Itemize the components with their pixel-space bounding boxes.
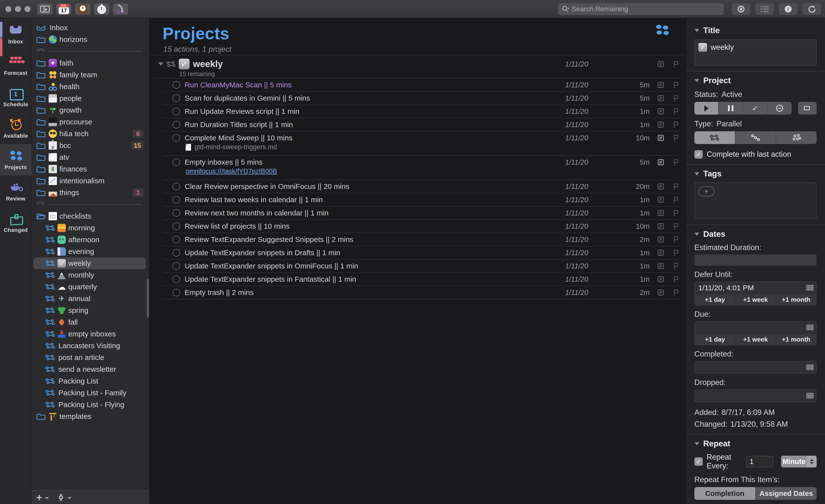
sidebar-row[interactable]: evening <box>31 246 148 257</box>
flag-icon[interactable] <box>664 60 681 68</box>
flag-icon[interactable] <box>664 79 681 91</box>
sidebar-row[interactable]: annual <box>31 293 148 305</box>
sidebar-row[interactable]: atv <box>31 151 148 163</box>
sidebar-row[interactable]: things 1 <box>31 187 148 198</box>
sidebar-row[interactable] <box>31 198 148 210</box>
task-status-circle[interactable] <box>172 107 180 115</box>
tags-editor[interactable]: + <box>694 182 817 219</box>
note-icon[interactable] <box>650 92 664 104</box>
task-row[interactable]: Empty inboxes || 5 mins 1/11/20 5m omnif… <box>162 156 681 180</box>
flow-arrow-app-button[interactable] <box>113 3 128 15</box>
toggle-sidebar-button[interactable] <box>37 3 53 15</box>
task-row[interactable]: Run Update Reviews script || 1 min 1/11/… <box>162 105 681 118</box>
calendar-picker-icon[interactable] <box>806 364 814 370</box>
flag-icon[interactable] <box>664 286 681 299</box>
sidebar-row[interactable]: weekly <box>33 257 146 269</box>
checked-checkbox[interactable]: ✓ <box>694 150 703 159</box>
due-input[interactable] <box>695 322 816 333</box>
dropped-input[interactable] <box>695 390 816 402</box>
task-status-circle[interactable] <box>172 134 180 142</box>
sidebar-row[interactable]: Lancasters Visiting <box>31 340 148 352</box>
minimize-window-button[interactable] <box>15 6 21 12</box>
sidebar-row[interactable]: growth <box>31 104 148 116</box>
section-disclosure-icon[interactable] <box>694 172 699 175</box>
due-plus-month-button[interactable]: +1 month <box>776 334 816 345</box>
perspective-tab[interactable]: Projects <box>0 144 31 175</box>
note-icon[interactable] <box>650 286 664 299</box>
sidebar-row[interactable]: horizons <box>31 33 148 46</box>
task-row[interactable]: Update TextExpander snippets in Fantasti… <box>162 273 681 286</box>
status-active-segment[interactable] <box>694 102 719 114</box>
sidebar-row[interactable]: empty inboxes <box>31 328 148 340</box>
note-icon[interactable] <box>650 273 664 285</box>
sidebar-row[interactable]: intentionalism <box>31 175 148 187</box>
task-row[interactable]: Review list of projects || 10 mins 1/11/… <box>162 220 681 233</box>
defer-plus-week-button[interactable]: +1 week <box>735 294 776 305</box>
sidebar-row[interactable] <box>31 46 148 57</box>
perspective-tab[interactable]: Inbox <box>0 18 31 50</box>
estimated-duration-input[interactable] <box>694 254 817 266</box>
note-icon[interactable] <box>650 193 664 206</box>
section-disclosure-icon[interactable] <box>694 233 699 236</box>
note-icon[interactable] <box>650 156 664 169</box>
flag-icon[interactable] <box>664 105 681 118</box>
sidebar-row[interactable]: bcc 15 <box>31 140 148 151</box>
sidebar-row[interactable]: finances <box>31 163 148 175</box>
task-row[interactable]: Review last two weeks in calendar || 1 m… <box>162 193 681 206</box>
sidebar-row[interactable]: health <box>31 81 148 92</box>
stopwatch-app-button[interactable] <box>94 3 109 15</box>
close-window-button[interactable] <box>5 6 11 12</box>
task-row[interactable]: Update TextExpander snippets in Drafts |… <box>162 246 681 260</box>
type-parallel-segment[interactable] <box>694 131 735 144</box>
sidebar-row[interactable]: checklists <box>31 210 148 222</box>
stepper-icon[interactable] <box>807 456 817 468</box>
task-row[interactable]: Complete Mind Sweep || 10 mins 1/11/20 1… <box>162 132 681 156</box>
task-row[interactable]: Run Duration Titles script || 1 min 1/11… <box>162 118 681 132</box>
sidebar-row[interactable]: family team <box>31 69 148 81</box>
flag-icon[interactable] <box>664 156 681 169</box>
add-tag-button[interactable]: + <box>698 186 715 196</box>
repeat-from-completion-segment[interactable]: Completion <box>694 487 756 500</box>
sidebar-row[interactable]: Packing List - Family <box>31 387 148 399</box>
flag-icon[interactable] <box>664 92 681 104</box>
task-row[interactable]: Empty trash || 2 mins 1/11/20 2m <box>162 286 681 300</box>
note-icon[interactable] <box>650 260 664 272</box>
task-row[interactable]: Scan for duplicates in Gemini || 5 mins … <box>162 92 681 105</box>
flag-icon[interactable] <box>664 260 681 272</box>
sidebar-row[interactable]: send a newsletter <box>31 363 148 375</box>
flag-icon[interactable] <box>664 180 681 193</box>
repeat-checkbox[interactable]: ✓ <box>694 457 703 466</box>
due-plus-week-button[interactable]: +1 week <box>735 334 776 345</box>
sidebar-row[interactable]: post an article <box>31 352 148 363</box>
task-status-circle[interactable] <box>172 222 180 230</box>
title-editor[interactable]: ✓ weekly <box>694 39 817 66</box>
defer-plus-day-button[interactable]: +1 day <box>695 294 735 305</box>
flag-icon[interactable] <box>664 233 681 246</box>
sidebar-row[interactable]: procourse <box>31 116 148 128</box>
task-status-circle[interactable] <box>172 94 180 102</box>
sidebar-row[interactable]: Packing List - Flying <box>31 399 148 411</box>
add-item-chevron-icon[interactable] <box>45 497 49 499</box>
note-icon[interactable] <box>650 60 664 68</box>
task-status-circle[interactable] <box>172 262 180 270</box>
completed-input[interactable] <box>695 361 816 373</box>
defer-until-input[interactable]: 1/11/20, 4:01 PM <box>695 282 816 294</box>
status-dropped-segment[interactable] <box>767 102 792 114</box>
flag-icon[interactable] <box>664 118 681 131</box>
calendar-picker-icon[interactable] <box>806 393 814 399</box>
task-status-circle[interactable] <box>172 209 180 217</box>
sidebar-row[interactable]: Inbox <box>31 22 148 33</box>
flag-icon[interactable] <box>664 193 681 206</box>
task-status-circle[interactable] <box>172 236 180 243</box>
inspector-info-button[interactable]: i <box>779 3 798 15</box>
sidebar-row[interactable]: h&a tech 6 <box>31 128 148 140</box>
note-icon[interactable] <box>650 132 664 144</box>
sync-button[interactable] <box>803 3 821 15</box>
repeat-unit-select[interactable]: Minute <box>781 456 817 468</box>
task-status-circle[interactable] <box>172 196 180 204</box>
task-status-circle[interactable] <box>172 275 180 283</box>
sidebar-row[interactable]: monthly <box>31 269 148 281</box>
note-icon[interactable] <box>650 180 664 193</box>
view-options-button[interactable] <box>755 3 774 15</box>
sidebar-row[interactable]: quarterly <box>31 281 148 293</box>
